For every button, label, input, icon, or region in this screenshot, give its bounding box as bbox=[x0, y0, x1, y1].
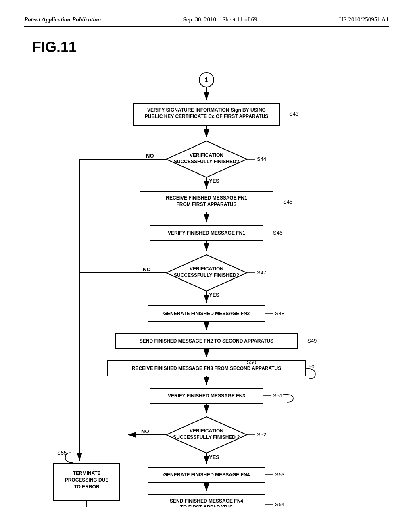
page: Patent Application Publication Sep. 30, … bbox=[0, 0, 413, 532]
text-s44-2: SUCCESSFULLY FINISHED? bbox=[174, 159, 239, 164]
step-no-s47: S47 bbox=[257, 270, 266, 276]
no-label-s52: NO bbox=[141, 428, 149, 434]
text-s52-1: VERIFICATION bbox=[190, 428, 223, 434]
step-no-s52: S52 bbox=[257, 432, 266, 438]
text-s43-1: VERIFY SIGNATURE INFORMATION Sign BY USI… bbox=[147, 107, 266, 113]
text-s45-1: RECEIVE FINISHED MESSAGE FN1 bbox=[166, 195, 247, 201]
step-no-s54: S54 bbox=[275, 501, 284, 507]
text-s50: RECEIVE FINISHED MESSAGE FN3 FROM SECOND… bbox=[132, 366, 281, 371]
sheet-label: Sheet 11 of 69 bbox=[222, 16, 257, 23]
curve-s51 bbox=[283, 394, 293, 402]
error-text-3: TO ERROR bbox=[74, 484, 99, 490]
step-no-s48: S48 bbox=[275, 310, 284, 316]
text-s49: SEND FINISHED MESSAGE FN2 TO SECOND APPA… bbox=[140, 338, 273, 344]
step-no-s46: S46 bbox=[273, 230, 282, 236]
step-no-s55: S55 bbox=[57, 450, 67, 456]
text-s52-2: SUCCESSFULLY FINISHED ? bbox=[173, 434, 240, 440]
yes-label-s52: YES bbox=[209, 454, 219, 460]
step-no-s53: S53 bbox=[275, 472, 284, 478]
step-no-s44: S44 bbox=[257, 156, 266, 162]
text-s47-2: SUCCESSFULLY FINISHED? bbox=[174, 272, 239, 278]
step-no-s50-alt: S50 bbox=[247, 359, 256, 365]
step-no-s49: S49 bbox=[307, 338, 317, 344]
error-text-2: PROCESSING DUE bbox=[65, 477, 109, 483]
yes-label-s44: YES bbox=[209, 178, 219, 184]
date-sheet-label: Sep. 30, 2010 Sheet 11 of 69 bbox=[183, 16, 257, 23]
text-s54-2: TO FIRST APPARATUS bbox=[180, 505, 233, 507]
curve-s50 bbox=[305, 368, 315, 379]
text-s47-1: VERIFICATION bbox=[190, 266, 223, 272]
connector-label: 1 bbox=[205, 77, 209, 83]
no-label-s47: NO bbox=[143, 266, 151, 272]
text-s45-2: FROM FIRST APPARATUS bbox=[176, 202, 236, 207]
step-no-s51: S51 bbox=[273, 393, 282, 399]
text-s48: GENERATE FINISHED MESSAGE FN2 bbox=[163, 311, 250, 316]
patent-number-label: US 2010/250951 A1 bbox=[339, 16, 389, 23]
curve-s55 bbox=[65, 453, 73, 463]
page-header: Patent Application Publication Sep. 30, … bbox=[24, 16, 389, 27]
step-no-s45: S45 bbox=[283, 199, 292, 205]
date-label: Sep. 30, 2010 bbox=[183, 16, 216, 23]
text-s43-2: PUBLIC KEY CERTIFICATE Cc OF FIRST APPAR… bbox=[145, 114, 269, 119]
text-s44-1: VERIFICATION bbox=[190, 152, 223, 158]
yes-label-s47: YES bbox=[209, 292, 219, 298]
error-text-1: TERMINATE bbox=[73, 470, 100, 476]
flowchart-diagram: 1 VERIFY SIGNATURE INFORMATION Sign BY U… bbox=[33, 64, 380, 507]
no-label-s44: NO bbox=[146, 153, 154, 159]
publication-label: Patent Application Publication bbox=[24, 16, 101, 23]
text-s54-1: SEND FINISHED MESSAGE FN4 bbox=[170, 498, 243, 504]
text-s51: VERIFY FINISHED MESSAGE FN3 bbox=[168, 393, 245, 399]
step-no-s43: S43 bbox=[289, 111, 298, 117]
text-s46: VERIFY FINISHED MESSAGE FN1 bbox=[168, 230, 245, 236]
figure-title: FIG.11 bbox=[32, 39, 389, 56]
text-s53: GENERATE FINISHED MESSAGE FN4 bbox=[163, 472, 250, 478]
